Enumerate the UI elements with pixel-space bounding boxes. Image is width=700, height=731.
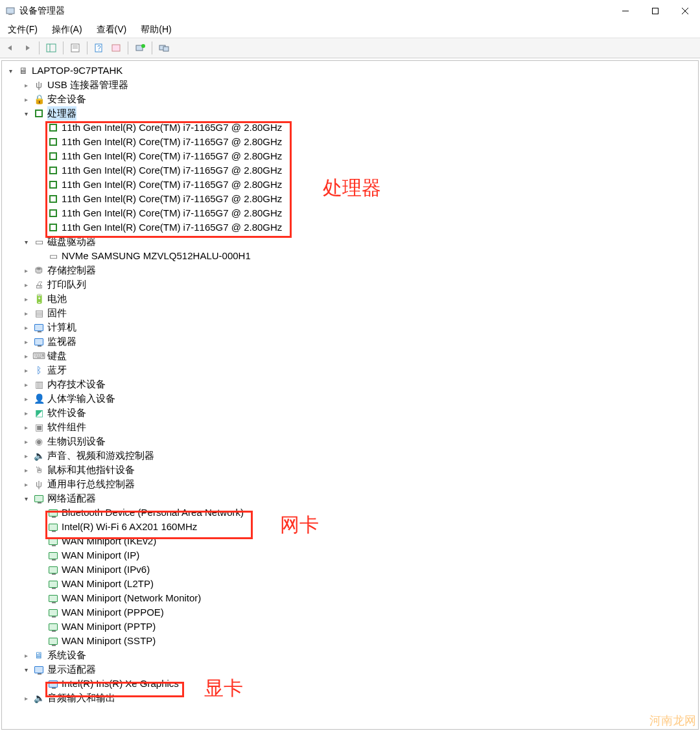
menu-help[interactable]: 帮助(H): [137, 23, 175, 37]
expander-icon[interactable]: [21, 664, 32, 675]
tree-item-network-child[interactable]: Intel(R) Wi-Fi 6 AX201 160MHz: [5, 520, 698, 534]
expander-icon[interactable]: [21, 422, 32, 432]
chip-icon: ▤: [33, 308, 45, 318]
device-tree[interactable]: 🖥 LAPTOP-9C7PTAHK ψ USB 连接器管理器 🔒 安全设备 处理…: [2, 61, 698, 729]
tree-item-usb-ctrl[interactable]: ψ 通用串行总线控制器: [5, 477, 698, 491]
tree-item-processor-child[interactable]: 11th Gen Intel(R) Core(TM) i7-1165G7 @ 2…: [5, 206, 698, 220]
tree-item-processor-child[interactable]: 11th Gen Intel(R) Core(TM) i7-1165G7 @ 2…: [5, 135, 698, 149]
tree-item-disk-child[interactable]: ▭ NVMe SAMSUNG MZVLQ512HALU-000H1: [5, 249, 698, 263]
expander-icon[interactable]: [21, 336, 32, 347]
expander-icon[interactable]: [21, 393, 32, 404]
expander-icon[interactable]: [21, 436, 32, 447]
back-button[interactable]: [3, 40, 18, 56]
computer-icon: 🖥: [18, 65, 29, 76]
tree-item-firmware[interactable]: ▤ 固件: [5, 306, 698, 320]
tree-item-storage-ctrl[interactable]: ⛃ 存储控制器: [5, 263, 698, 277]
expander-icon[interactable]: [21, 693, 32, 703]
svg-point-15: [141, 44, 145, 48]
expander-icon: [36, 564, 46, 575]
expander-icon[interactable]: [21, 465, 32, 475]
properties-button[interactable]: [67, 40, 83, 56]
tree-item-network-child[interactable]: WAN Miniport (IKEv2): [5, 534, 698, 548]
tree-item-system[interactable]: 🖥 系统设备: [5, 648, 698, 662]
expander-icon[interactable]: [21, 322, 32, 332]
tree-item-network-child[interactable]: WAN Miniport (Network Monitor): [5, 591, 698, 605]
expander-icon: [36, 208, 46, 218]
tree-item-monitor[interactable]: 监视器: [5, 334, 698, 349]
expander-icon[interactable]: [21, 108, 32, 119]
maximize-button[interactable]: [640, 0, 670, 22]
tree-item-network-child[interactable]: WAN Miniport (SSTP): [5, 634, 698, 648]
tree-item-processor-child[interactable]: 11th Gen Intel(R) Core(TM) i7-1165G7 @ 2…: [5, 149, 698, 163]
expander-icon[interactable]: [21, 308, 32, 318]
expander-icon[interactable]: [21, 479, 32, 489]
tree-item-usb-connectors[interactable]: ψ USB 连接器管理器: [5, 78, 698, 92]
tree-item-mouse[interactable]: 🖱 鼠标和其他指针设备: [5, 463, 698, 477]
expander-icon[interactable]: [21, 351, 32, 361]
expander-icon[interactable]: [21, 379, 32, 389]
tree-item-label: WAN Miniport (IPv6): [62, 563, 150, 577]
toolbar: ?: [0, 38, 700, 58]
menu-action[interactable]: 操作(A): [48, 23, 86, 37]
expander-icon[interactable]: [21, 80, 32, 90]
expander-icon[interactable]: [21, 493, 32, 504]
tree-item-network[interactable]: 网络适配器: [5, 491, 698, 505]
close-button[interactable]: [670, 0, 700, 22]
help-button[interactable]: ?: [91, 40, 107, 56]
tree-item-audio-io[interactable]: 🔈 音频输入和输出: [5, 691, 698, 705]
tree-item-processor-child[interactable]: 11th Gen Intel(R) Core(TM) i7-1165G7 @ 2…: [5, 220, 698, 235]
usb-icon: ψ: [33, 80, 45, 90]
expander-icon: [36, 607, 46, 618]
forward-button[interactable]: [19, 40, 35, 56]
tree-item-software-comp[interactable]: ▣ 软件组件: [5, 420, 698, 434]
expander-icon[interactable]: [21, 650, 32, 660]
tree-item-network-child[interactable]: WAN Miniport (IP): [5, 548, 698, 563]
scan-button[interactable]: [132, 40, 148, 56]
cpu-icon: [33, 108, 45, 119]
expander-icon[interactable]: [21, 408, 32, 418]
minimize-button[interactable]: [611, 0, 640, 22]
expander-icon[interactable]: [21, 279, 32, 290]
tree-item-processor-child[interactable]: 11th Gen Intel(R) Core(TM) i7-1165G7 @ 2…: [5, 192, 698, 206]
expander-icon[interactable]: [21, 365, 32, 375]
expander-icon[interactable]: [21, 265, 32, 275]
tree-item-processor-child[interactable]: 11th Gen Intel(R) Core(TM) i7-1165G7 @ 2…: [5, 178, 698, 192]
tree-item-network-child[interactable]: WAN Miniport (IPv6): [5, 563, 698, 577]
tree-item-sound[interactable]: 🔈 声音、视频和游戏控制器: [5, 448, 698, 463]
show-hide-tree-button[interactable]: [43, 40, 59, 56]
tree-item-memory-tech[interactable]: ▥ 内存技术设备: [5, 377, 698, 391]
tree-item-display-child[interactable]: Intel(R) Iris(R) Xe Graphics: [5, 677, 698, 691]
tree-item-bluetooth[interactable]: ᛒ 蓝牙: [5, 363, 698, 377]
network-icon: [47, 536, 59, 546]
tree-item-hid[interactable]: 👤 人体学输入设备: [5, 391, 698, 406]
tree-item-software-dev[interactable]: ◩ 软件设备: [5, 406, 698, 420]
tree-item-processors[interactable]: 处理器: [5, 106, 698, 121]
expander-icon[interactable]: [6, 65, 16, 76]
tree-item-network-child[interactable]: WAN Miniport (PPPOE): [5, 605, 698, 620]
tree-item-security[interactable]: 🔒 安全设备: [5, 92, 698, 106]
tree-item-network-child[interactable]: Bluetooth Device (Personal Area Network): [5, 505, 698, 520]
tree-item-print-queue[interactable]: 🖨 打印队列: [5, 277, 698, 292]
tree-item-biometric[interactable]: ◉ 生物识别设备: [5, 434, 698, 448]
tree-item-battery[interactable]: 🔋 电池: [5, 292, 698, 306]
menu-file[interactable]: 文件(F): [4, 23, 41, 37]
tree-item-network-child[interactable]: WAN Miniport (L2TP): [5, 577, 698, 591]
tree-item-network-child[interactable]: WAN Miniport (PPTP): [5, 620, 698, 634]
network-icon: [47, 522, 59, 532]
expander-icon[interactable]: [21, 94, 32, 104]
action-button[interactable]: [108, 40, 124, 56]
menu-view[interactable]: 查看(V): [93, 23, 131, 37]
tree-item-display[interactable]: 显示适配器: [5, 662, 698, 677]
tree-item-keyboard[interactable]: ⌨ 键盘: [5, 349, 698, 363]
expander-icon[interactable]: [21, 450, 32, 461]
tree-item-processor-child[interactable]: 11th Gen Intel(R) Core(TM) i7-1165G7 @ 2…: [5, 121, 698, 135]
tree-item-computer[interactable]: 计算机: [5, 320, 698, 334]
expander-icon: [36, 222, 46, 233]
tree-item-processor-child[interactable]: 11th Gen Intel(R) Core(TM) i7-1165G7 @ 2…: [5, 163, 698, 178]
expander-icon[interactable]: [21, 294, 32, 304]
devices-button[interactable]: [156, 40, 172, 56]
tree-item-disk[interactable]: ▭ 磁盘驱动器: [5, 235, 698, 249]
expander-icon[interactable]: [21, 237, 32, 247]
tree-root[interactable]: 🖥 LAPTOP-9C7PTAHK: [5, 64, 698, 78]
speaker-icon: 🔈: [33, 450, 45, 461]
